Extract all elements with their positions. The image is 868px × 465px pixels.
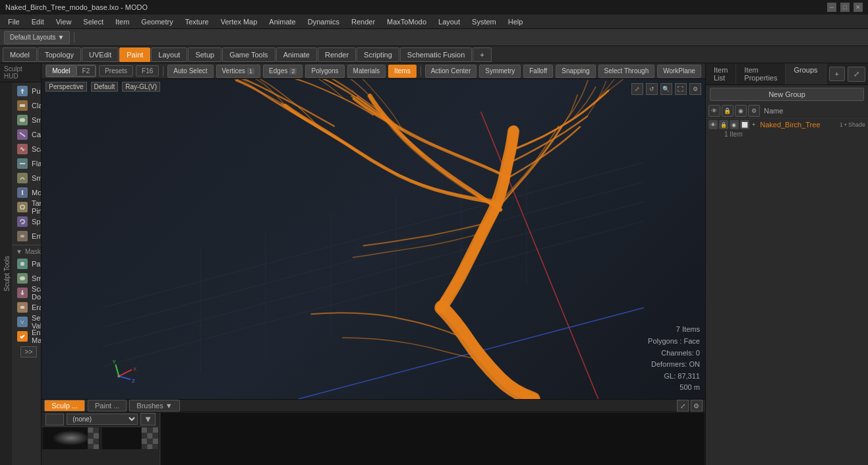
tab-render[interactable]: Render <box>318 47 356 62</box>
vp-search-btn[interactable]: 🔍 <box>660 83 672 95</box>
sculpt-item-carve[interactable]: Carve <box>12 127 41 142</box>
menu-edit[interactable]: Edit <box>26 16 49 27</box>
tab-schematic-fusion[interactable]: Schematic Fusion <box>400 47 472 62</box>
sculpt-item-tangent-pinch[interactable]: Tangent Pinch › <box>12 200 41 214</box>
menu-geometry[interactable]: Geometry <box>136 16 178 27</box>
sculpt-item-emboss[interactable]: Emboss <box>12 229 41 243</box>
sculpt-item-mask-paint[interactable]: Paint <box>12 257 41 271</box>
falloff-btn[interactable]: Falloff <box>523 65 553 78</box>
menu-system[interactable]: System <box>467 16 502 27</box>
model-mode-btn[interactable]: Model <box>46 65 76 77</box>
vp-fullscreen-btn[interactable]: ⛶ <box>675 83 687 95</box>
brush-select[interactable]: (none) <box>67 414 138 425</box>
sculpt-item-scar[interactable]: Scar <box>12 142 41 156</box>
vertices-btn[interactable]: Vertices 1 <box>216 65 261 78</box>
tab-uvedit[interactable]: UVEdit <box>82 47 119 62</box>
tab-game-tools[interactable]: Game Tools <box>222 47 275 62</box>
minimize-button[interactable]: ─ <box>827 3 836 12</box>
sculpt-tab[interactable]: Sculp ... <box>44 400 85 412</box>
edges-btn[interactable]: Edges 2 <box>263 65 303 78</box>
render-icon[interactable]: ◉ <box>735 105 747 117</box>
sculpt-item-spin[interactable]: Spin <box>12 214 41 229</box>
f2-btn[interactable]: F2 <box>76 65 96 77</box>
menu-vertex-map[interactable]: Vertex Map <box>216 16 263 27</box>
menu-dynamics[interactable]: Dynamics <box>303 16 345 27</box>
items-btn[interactable]: Items <box>388 65 416 78</box>
tab-model[interactable]: Model <box>3 47 37 62</box>
menu-item[interactable]: Item <box>110 16 134 27</box>
expand-panel-button[interactable]: >> <box>20 346 38 357</box>
maximize-button[interactable]: □ <box>840 3 850 12</box>
viewport-canvas[interactable]: Perspective Default Ray-GL(V) <box>42 79 705 399</box>
auto-select-btn[interactable]: Auto Select <box>167 65 213 78</box>
tab-setup[interactable]: Setup <box>188 47 221 62</box>
sculpt-item-set-value[interactable]: V Set Value <box>12 315 41 329</box>
item-lock-icon[interactable]: 🔒 <box>719 120 728 129</box>
bottom-bar: Sculp ... Paint ... Brushes ▼ ⤢ ⚙ <box>42 399 705 465</box>
brush-cell-1[interactable] <box>42 427 101 450</box>
sculpt-item-mask-smooth[interactable]: Smooth <box>12 271 41 286</box>
item-visibility-icon[interactable]: 👁 <box>709 120 718 129</box>
select-through-btn[interactable]: Select Through <box>598 65 655 78</box>
sculpt-item-push[interactable]: Push <box>12 84 41 98</box>
menu-layout[interactable]: Layout <box>433 16 465 27</box>
groups-tab[interactable]: Groups <box>786 63 826 84</box>
symmetry-btn[interactable]: Symmetry <box>479 65 521 78</box>
vert-tab-sculpt[interactable]: Sculpt Tools <box>2 252 12 295</box>
menu-file[interactable]: File <box>3 16 25 27</box>
expand-right-btn[interactable]: ⤢ <box>848 67 865 82</box>
bottom-settings-btn[interactable]: ⚙ <box>691 400 703 412</box>
menu-view[interactable]: View <box>51 16 77 27</box>
close-button[interactable]: ✕ <box>854 3 863 12</box>
tab-topology[interactable]: Topology <box>38 47 81 62</box>
menu-help[interactable]: Help <box>503 16 529 27</box>
sculpt-item-smooth[interactable]: Smooth <box>12 113 41 127</box>
materials-btn[interactable]: Materials <box>347 65 386 78</box>
action-center-btn[interactable]: Action Center <box>425 65 477 78</box>
snapping-btn[interactable]: Snapping <box>556 65 595 78</box>
workplane-btn[interactable]: WorkPlane <box>657 65 701 78</box>
item-render-icon[interactable]: ◉ <box>730 120 739 129</box>
vert-tab-paint[interactable]: Paint Tools <box>0 254 1 294</box>
sculpt-item-erase[interactable]: Erase <box>12 300 41 315</box>
tab-paint[interactable]: Paint <box>119 47 150 62</box>
sculpt-item-move[interactable]: Move <box>12 185 41 200</box>
sculpt-item-clay[interactable]: Clay <box>12 98 41 113</box>
sculpt-item-smudge[interactable]: Smudge <box>12 171 41 185</box>
item-properties-tab[interactable]: Item Properties <box>736 63 786 84</box>
tab-animate[interactable]: Animate <box>276 47 317 62</box>
paint-tab[interactable]: Paint ... <box>88 400 127 412</box>
add-tab-button[interactable]: + <box>473 47 491 62</box>
presets-btn[interactable]: Presets <box>99 65 133 77</box>
menu-texture[interactable]: Texture <box>180 16 214 27</box>
f16-btn[interactable]: F16 <box>136 65 159 77</box>
bottom-expand-btn[interactable]: ⤢ <box>677 400 689 412</box>
tab-layout[interactable]: Layout <box>151 47 187 62</box>
render-dropdown[interactable]: Ray-GL(V) <box>122 82 160 92</box>
shading-dropdown[interactable]: Default <box>91 82 119 92</box>
layout-dropdown[interactable]: Default Layouts ▼ <box>4 31 70 44</box>
menu-render[interactable]: Render <box>346 16 380 27</box>
vp-rotate-btn[interactable]: ↺ <box>646 83 658 95</box>
menu-animate[interactable]: Animate <box>264 16 301 27</box>
new-group-button[interactable]: New Group <box>710 88 864 101</box>
menu-select[interactable]: Select <box>78 16 109 27</box>
brush-dropdown-btn[interactable]: ▼ <box>140 413 156 425</box>
menu-maxtomodo[interactable]: MaxToModo <box>382 16 432 27</box>
sculpt-item-scale-down[interactable]: Scale Down <box>12 286 41 300</box>
visibility-icon[interactable]: 👁 <box>709 105 720 117</box>
item-row-birch[interactable]: 👁 🔒 ◉ ⬜ + Naked_Birch_Tree 1 • Shade <box>706 119 868 131</box>
polygons-btn[interactable]: Polygons <box>305 65 344 78</box>
add-group-btn[interactable]: + <box>829 67 845 81</box>
tab-scripting[interactable]: Scripting <box>357 47 399 62</box>
sculpt-item-enable-mask[interactable]: Enable Mask <box>12 329 41 344</box>
settings-sm-icon[interactable]: ⚙ <box>748 105 760 117</box>
vp-settings-btn[interactable]: ⚙ <box>689 83 701 95</box>
brush-cell-2[interactable] <box>101 427 160 450</box>
brushes-tab[interactable]: Brushes ▼ <box>129 400 179 412</box>
perspective-dropdown[interactable]: Perspective <box>45 82 86 92</box>
lock-icon[interactable]: 🔒 <box>722 105 734 117</box>
vp-expand-btn[interactable]: ⤢ <box>631 83 643 95</box>
sculpt-item-flatten[interactable]: Flatten <box>12 156 41 171</box>
item-list-tab[interactable]: Item List <box>706 63 736 84</box>
